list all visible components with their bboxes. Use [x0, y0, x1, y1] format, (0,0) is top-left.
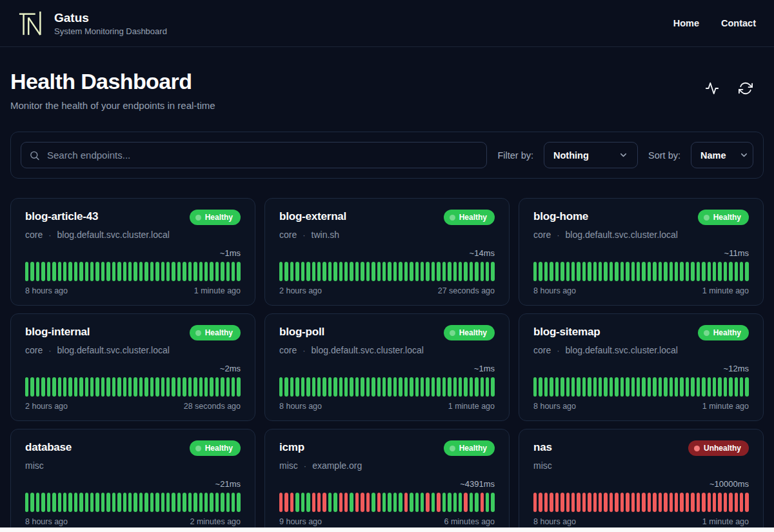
status-bar[interactable]: [539, 262, 542, 281]
status-bar[interactable]: [670, 493, 673, 512]
status-bar[interactable]: [350, 262, 353, 281]
status-bar[interactable]: [47, 493, 50, 512]
status-bar[interactable]: [637, 493, 640, 512]
status-bar[interactable]: [25, 493, 28, 512]
status-bar[interactable]: [404, 493, 408, 512]
status-bar[interactable]: [653, 262, 656, 281]
status-bar[interactable]: [491, 262, 494, 281]
status-bar[interactable]: [550, 262, 553, 281]
status-bar[interactable]: [150, 493, 154, 512]
status-bar[interactable]: [675, 493, 678, 512]
status-bar[interactable]: [85, 262, 88, 281]
status-bar[interactable]: [659, 493, 662, 512]
status-bar[interactable]: [295, 262, 299, 281]
status-bar[interactable]: [664, 493, 667, 512]
endpoint-card[interactable]: nasUnhealthymisc~10000ms8 hours ago1 min…: [519, 429, 764, 532]
status-bar[interactable]: [593, 377, 597, 397]
activity-pulse-button[interactable]: [704, 81, 720, 96]
status-bar[interactable]: [539, 377, 542, 397]
status-bar[interactable]: [366, 262, 370, 281]
status-bar[interactable]: [85, 377, 88, 397]
endpoint-card[interactable]: blog-article-43Healthycore·blog.default.…: [10, 198, 255, 306]
status-bar[interactable]: [150, 377, 154, 397]
refresh-button[interactable]: [738, 81, 753, 96]
status-bar[interactable]: [101, 493, 104, 512]
status-bar[interactable]: [464, 262, 467, 281]
status-bar[interactable]: [432, 493, 435, 512]
status-bar[interactable]: [25, 262, 28, 281]
status-bar[interactable]: [112, 377, 115, 397]
status-bar[interactable]: [555, 262, 559, 281]
status-bar[interactable]: [571, 493, 575, 512]
status-bar[interactable]: [561, 262, 564, 281]
status-bar[interactable]: [36, 493, 39, 512]
status-bar[interactable]: [610, 493, 613, 512]
status-bar[interactable]: [372, 493, 375, 512]
status-bar[interactable]: [648, 262, 651, 281]
status-bar[interactable]: [448, 377, 451, 397]
status-bar[interactable]: [199, 262, 203, 281]
status-bar[interactable]: [697, 377, 700, 397]
status-bar[interactable]: [604, 493, 607, 512]
status-bar[interactable]: [664, 377, 667, 397]
status-bar[interactable]: [410, 377, 413, 397]
status-bar[interactable]: [399, 262, 402, 281]
status-bar[interactable]: [533, 493, 537, 512]
status-bar[interactable]: [729, 493, 732, 512]
status-bar[interactable]: [204, 493, 208, 512]
status-bar[interactable]: [670, 262, 673, 281]
status-bar[interactable]: [555, 493, 559, 512]
status-bar[interactable]: [290, 262, 293, 281]
status-bar[interactable]: [588, 493, 591, 512]
status-bar[interactable]: [470, 377, 473, 397]
status-bar[interactable]: [306, 493, 310, 512]
status-bar[interactable]: [437, 262, 440, 281]
status-bar[interactable]: [442, 377, 446, 397]
status-bar[interactable]: [58, 493, 61, 512]
status-bar[interactable]: [470, 493, 473, 512]
status-bar[interactable]: [459, 493, 462, 512]
status-bar[interactable]: [58, 377, 61, 397]
status-bar[interactable]: [194, 377, 197, 397]
status-bar[interactable]: [188, 377, 192, 397]
status-bar[interactable]: [415, 377, 419, 397]
status-bar[interactable]: [377, 262, 381, 281]
status-bar[interactable]: [550, 493, 553, 512]
status-bar[interactable]: [404, 377, 408, 397]
status-bar[interactable]: [453, 377, 457, 397]
status-bar[interactable]: [648, 493, 651, 512]
status-bar[interactable]: [724, 262, 727, 281]
status-bar[interactable]: [106, 377, 110, 397]
status-bar[interactable]: [112, 262, 115, 281]
status-bar[interactable]: [117, 377, 121, 397]
status-bar[interactable]: [30, 377, 34, 397]
status-bar[interactable]: [615, 493, 618, 512]
status-bar[interactable]: [464, 377, 467, 397]
status-bar[interactable]: [188, 493, 192, 512]
status-bar[interactable]: [339, 262, 342, 281]
status-bar[interactable]: [95, 262, 99, 281]
status-bar[interactable]: [134, 262, 137, 281]
status-bar[interactable]: [284, 262, 288, 281]
status-bar[interactable]: [582, 262, 586, 281]
status-bar[interactable]: [361, 377, 364, 397]
status-bar[interactable]: [642, 262, 645, 281]
status-bar[interactable]: [215, 493, 219, 512]
status-bar[interactable]: [90, 493, 94, 512]
status-bar[interactable]: [653, 377, 656, 397]
status-bar[interactable]: [399, 493, 402, 512]
status-bar[interactable]: [421, 493, 424, 512]
status-bar[interactable]: [544, 493, 548, 512]
endpoint-card[interactable]: blog-pollHealthycore·blog.default.svc.cl…: [264, 313, 510, 421]
status-bar[interactable]: [36, 377, 39, 397]
status-bar[interactable]: [215, 262, 219, 281]
status-bar[interactable]: [25, 377, 28, 397]
status-bar[interactable]: [610, 377, 613, 397]
status-bar[interactable]: [134, 377, 137, 397]
status-bar[interactable]: [355, 493, 359, 512]
status-bar[interactable]: [577, 377, 580, 397]
status-bar[interactable]: [312, 493, 315, 512]
status-bar[interactable]: [735, 262, 738, 281]
status-bar[interactable]: [204, 262, 208, 281]
status-bar[interactable]: [620, 493, 624, 512]
